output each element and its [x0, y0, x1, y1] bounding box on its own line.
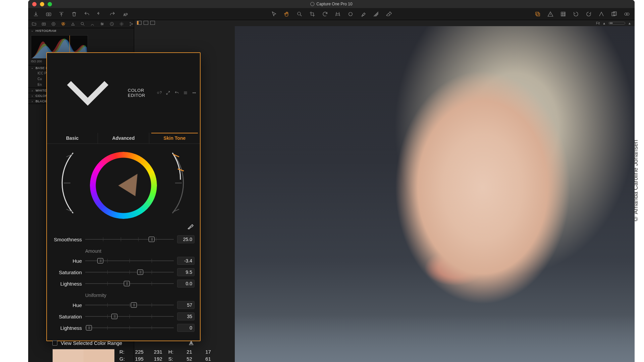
- reset-panel-icon[interactable]: [174, 90, 179, 95]
- erase-icon[interactable]: [386, 11, 392, 17]
- process-icon[interactable]: [598, 11, 604, 17]
- uniformity-hue-value[interactable]: 57: [177, 301, 195, 309]
- help-icon[interactable]: ?: [160, 90, 162, 95]
- import-icon[interactable]: [33, 11, 39, 17]
- rotate-ccw-icon[interactable]: [573, 11, 579, 17]
- amount-lightness-slider[interactable]: [85, 281, 174, 287]
- redo-icon[interactable]: [109, 11, 115, 17]
- svg-rect-5: [537, 13, 540, 16]
- rotate-icon[interactable]: [322, 11, 328, 17]
- gradient-icon[interactable]: [373, 11, 379, 17]
- svg-point-1: [48, 13, 50, 15]
- tab-advanced[interactable]: Advanced: [98, 133, 149, 143]
- uniformity-saturation-slider[interactable]: [85, 313, 174, 319]
- expand-icon[interactable]: [166, 90, 170, 95]
- color-tab-icon[interactable]: [61, 21, 66, 26]
- before-after-icon[interactable]: [624, 11, 630, 17]
- export-icon[interactable]: [58, 11, 64, 17]
- output-tab-icon[interactable]: [129, 21, 134, 26]
- user-icon[interactable]: ▲: [602, 21, 606, 25]
- zoom-window-button[interactable]: [48, 2, 52, 6]
- invert-selection-icon[interactable]: [188, 340, 195, 346]
- library-tab-icon[interactable]: [32, 21, 37, 26]
- annotate-icon[interactable]: [122, 11, 128, 17]
- panel-title: COLOR EDITOR: [128, 88, 154, 98]
- amount-saturation-label: Saturation: [52, 269, 82, 275]
- image-viewer[interactable]: Fit ▲ ▲: [134, 20, 635, 362]
- svg-point-25: [132, 23, 133, 24]
- brush-icon[interactable]: [360, 11, 366, 17]
- reset-icon[interactable]: [97, 11, 103, 17]
- svg-rect-4: [536, 12, 539, 15]
- adjustments-tab-icon[interactable]: [100, 21, 105, 26]
- preset-icon[interactable]: [183, 90, 188, 95]
- chevron-down-icon[interactable]: [50, 55, 125, 131]
- close-window-button[interactable]: [32, 2, 37, 6]
- settings-tab-icon[interactable]: [119, 21, 124, 26]
- keystone-icon[interactable]: [335, 11, 341, 17]
- capture-icon[interactable]: [46, 11, 52, 17]
- details-tab-icon[interactable]: [80, 21, 85, 26]
- viewer-layout-icon[interactable]: [144, 21, 148, 25]
- zoom-icon[interactable]: [297, 11, 303, 17]
- svg-point-3: [349, 12, 353, 16]
- user2-icon[interactable]: ▲: [628, 21, 631, 25]
- grid-icon[interactable]: [560, 11, 566, 17]
- more-icon[interactable]: [192, 90, 197, 95]
- trash-icon[interactable]: [71, 11, 77, 17]
- local-tab-icon[interactable]: [90, 21, 95, 26]
- chevron-down-icon: [31, 67, 34, 69]
- hand-icon[interactable]: [284, 11, 290, 17]
- warning-icon[interactable]: [547, 11, 553, 17]
- swatch-1: [53, 349, 84, 362]
- uniformity-hue-slider[interactable]: [85, 302, 174, 308]
- saturation-arc[interactable]: [53, 139, 78, 227]
- copy-adjustments-icon[interactable]: [535, 11, 541, 17]
- uniformity-group-label: Uniformity: [52, 289, 195, 299]
- uniformity-lightness-slider[interactable]: [85, 325, 174, 331]
- lens-tab-icon[interactable]: [51, 21, 56, 26]
- spot-icon[interactable]: [347, 11, 354, 17]
- uniformity-hue-label: Hue: [52, 302, 82, 308]
- amount-saturation-value[interactable]: 9.5: [177, 268, 195, 276]
- uniformity-saturation-value[interactable]: 35: [177, 312, 195, 320]
- view-selected-range-checkbox[interactable]: [52, 341, 57, 346]
- zoom-slider[interactable]: [608, 22, 625, 24]
- smoothness-slider[interactable]: [85, 236, 174, 242]
- photo-credit: © Amanda Caroline Johansen: [632, 140, 639, 222]
- tool-tabs: ?: [28, 20, 134, 28]
- uniformity-lightness-value[interactable]: 0: [177, 324, 195, 332]
- amount-saturation-slider[interactable]: [85, 269, 174, 275]
- single-layout-icon[interactable]: [150, 21, 155, 25]
- swatch-2: [84, 349, 114, 362]
- app-logo-icon: [310, 2, 314, 6]
- crop-icon[interactable]: [309, 11, 315, 17]
- variant-icon[interactable]: [611, 11, 617, 17]
- amount-hue-label: Hue: [52, 258, 82, 264]
- smoothness-value[interactable]: 25.0: [177, 235, 195, 243]
- hue-wheel[interactable]: [47, 144, 200, 222]
- svg-rect-0: [46, 13, 51, 16]
- minimize-window-button[interactable]: [40, 2, 44, 6]
- undo-icon[interactable]: [84, 11, 90, 17]
- histogram-header[interactable]: HISTOGRAM: [28, 28, 134, 33]
- uniformity-lightness-label: Lightness: [52, 325, 82, 331]
- svg-point-28: [194, 93, 195, 93]
- color-readout: R:G:B: 225195179 231192176 H:S:V: 215222…: [115, 349, 211, 362]
- cursor-icon[interactable]: [271, 11, 277, 17]
- capture-tab-icon[interactable]: [41, 21, 46, 26]
- color-editor-panel: COLOR EDITOR ? Basic Advanced Skin Tone: [46, 52, 201, 341]
- amount-lightness-value[interactable]: 0.0: [177, 280, 195, 288]
- rotate-cw-icon[interactable]: [586, 11, 592, 17]
- exposure-tab-icon[interactable]: [70, 21, 75, 26]
- pin-icon[interactable]: [157, 91, 160, 95]
- svg-point-11: [43, 23, 45, 25]
- sample-swatches: [52, 349, 115, 362]
- svg-point-2: [298, 12, 301, 15]
- amount-hue-slider[interactable]: [85, 258, 174, 264]
- browser-layout-icon[interactable]: [137, 21, 142, 25]
- metadata-tab-icon[interactable]: [109, 21, 114, 26]
- lightness-arc[interactable]: [168, 139, 193, 227]
- svg-point-22: [121, 23, 122, 25]
- amount-hue-value[interactable]: -3.4: [177, 257, 195, 265]
